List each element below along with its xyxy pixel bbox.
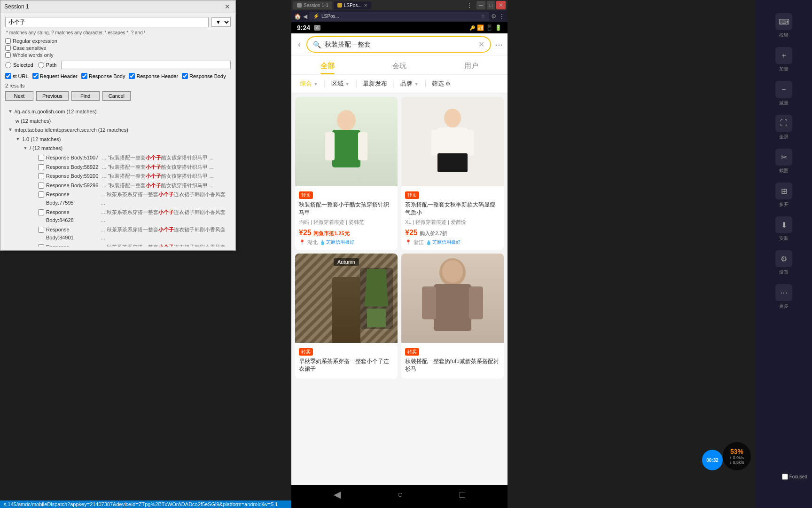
next-button[interactable]: Next <box>5 91 33 101</box>
resp-body-cb1[interactable] <box>81 73 87 79</box>
filter-arrow-0: ▼ <box>313 81 318 87</box>
previous-button[interactable]: Previous <box>36 91 69 101</box>
case-sensitive-option[interactable]: Case sensitive <box>5 45 231 51</box>
time-display: 9:24 <box>297 24 310 32</box>
tree-row-6[interactable]: Response Body:84901 ... 秋茶系茶系穿搭一整套小个子连衣裙… <box>36 225 230 243</box>
ctrl-screenshot[interactable]: ✂ 截图 <box>765 145 803 178</box>
focused-checkbox[interactable] <box>782 474 788 480</box>
filter-region[interactable]: 区域 ▼ <box>328 78 353 90</box>
minimize-btn[interactable]: ─ <box>476 1 485 9</box>
autumn-label: Autumn <box>334 258 359 266</box>
ctrl-more[interactable]: ⋯ 更多 <box>765 280 803 313</box>
wifi-icon: 📶 <box>477 24 484 31</box>
install-icon: ⬇ <box>775 216 792 233</box>
ctrl-volume-down[interactable]: － 减量 <box>765 77 803 110</box>
resp-body-cb1-label[interactable]: Response Body <box>81 73 125 79</box>
scope-path[interactable]: Path <box>38 62 57 68</box>
browser-tab-2[interactable]: LSPos... ✕ <box>334 1 371 9</box>
tree-row-7[interactable]: Response Body:84992 ... 秋茶系茶系穿搭一整套小个子连衣裙… <box>36 243 230 246</box>
slash-header[interactable]: ▼ / (12 matches) <box>21 144 230 153</box>
product-card-3[interactable]: 转卖 秋装搭配一整套奶fufu减龄茶系搭配衬衫马 <box>401 254 504 379</box>
ctrl-multi[interactable]: ⊞ 多开 <box>765 179 803 212</box>
ctrl-volume-up[interactable]: ＋ 加量 <box>765 43 803 76</box>
search-scope-dropdown[interactable]: ▼ <box>211 17 231 27</box>
url-checkbox[interactable] <box>5 73 11 79</box>
tree-row-3[interactable]: Response Body:59296 ... "秋装搭配一整套小个子酷女孩穿搭… <box>36 181 230 190</box>
ctrl-install[interactable]: ⬇ 安装 <box>765 213 803 246</box>
tree-row-5[interactable]: Response Body:84628 ... 秋茶系茶系穿搭一整套小个子连衣裙… <box>36 208 230 225</box>
filter-comprehensive[interactable]: 综合 ▼ <box>296 78 322 90</box>
tree-row-2[interactable]: Response Body:59200 ... "秋装搭配一整套小个子酷女孩穿搭… <box>36 172 230 181</box>
filter-screen[interactable]: 筛选 ⚙ <box>428 78 454 90</box>
filter-icon: ⚙ <box>445 80 451 87</box>
tab-close-icon[interactable]: ✕ <box>364 3 367 8</box>
tab-play[interactable]: 会玩 <box>363 56 435 74</box>
host2-item[interactable]: ▼ mtop.taobao.idlemtopsearch.search (12 … <box>6 126 230 135</box>
regex-checkbox[interactable] <box>5 38 11 44</box>
url-checkbox-label[interactable]: st URL <box>5 73 29 79</box>
search-input[interactable] <box>5 17 209 27</box>
host1-sub-item[interactable]: w (12 matches) <box>14 117 230 126</box>
focused-option[interactable]: Focused <box>782 474 807 480</box>
ctrl-keyboard[interactable]: ⌨ 按键 <box>765 9 803 42</box>
search-clear-button[interactable]: ✕ <box>478 40 484 49</box>
tree-row-4[interactable]: Response Body:77595 ... 秋茶系茶系穿搭一整套小个子连衣裙… <box>36 190 230 207</box>
bookmark-icon[interactable]: ☆ <box>481 13 485 19</box>
case-sensitive-checkbox[interactable] <box>5 45 11 51</box>
product-price-0: ¥25 闲鱼市抵1.25元 <box>299 229 394 237</box>
svg-rect-13 <box>469 286 483 319</box>
recents-nav-button[interactable]: □ <box>460 489 465 500</box>
home-icon[interactable]: 🏠 <box>294 13 301 20</box>
more-browser-icon[interactable]: ⋮ <box>499 13 505 20</box>
search-input-wrap[interactable]: 🔍 秋装搭配一整套 ✕ <box>306 36 491 53</box>
location-icon-1: 📍 <box>405 239 412 246</box>
tab-all[interactable]: 全部 <box>291 56 363 74</box>
req-header-checkbox[interactable] <box>32 73 39 79</box>
resp-header-checkbox-label[interactable]: Response Header <box>129 73 178 79</box>
ctrl-settings[interactable]: ⚙ 设置 <box>765 246 803 279</box>
home-nav-button[interactable]: ○ <box>397 489 403 500</box>
back-nav-button[interactable]: ◀ <box>334 489 341 500</box>
resp-body-cb2[interactable] <box>182 73 188 79</box>
more-ctrl-icon: ⋯ <box>775 284 792 301</box>
svg-rect-6 <box>431 130 440 156</box>
regex-option[interactable]: Regular expression <box>5 38 231 44</box>
host1-item[interactable]: ▼ //g-acs.m.goofish.com (12 matches) <box>6 107 230 117</box>
cancel-button[interactable]: Cancel <box>102 91 131 101</box>
browser-tab-1[interactable]: Session 1-1 <box>293 1 332 9</box>
product-card-1[interactable]: 转卖 茶系搭配一整套女秋季新款大码显瘦气质小 XL | 轻微穿着痕迹 | 爱茜悦… <box>401 97 504 250</box>
ctrl-fullscreen[interactable]: ⛶ 全屏 <box>765 111 803 144</box>
close-win-btn[interactable]: ✕ <box>496 1 506 9</box>
back-button[interactable]: ‹ <box>296 39 303 50</box>
product-grid: 转卖 秋装搭配一整套小子酷女孩穿搭针织马甲 均码 | 轻微穿着痕迹 | 姿韩范 … <box>291 93 508 382</box>
product-card-2[interactable]: Autumn 转卖 早秋季奶系茶系穿搭一整套小个子连衣裙子 <box>295 254 398 379</box>
product-badge-1: 转卖 <box>405 191 419 199</box>
product-card-0[interactable]: 转卖 秋装搭配一整套小子酷女孩穿搭针织马甲 均码 | 轻微穿着痕迹 | 姿韩范 … <box>295 97 398 250</box>
version-header[interactable]: ▼ 1.0 (12 matches) <box>14 135 230 144</box>
close-button[interactable]: ✕ <box>223 2 232 11</box>
req-header-checkbox-label[interactable]: Request Header <box>32 73 78 79</box>
resp-header-checkbox[interactable] <box>129 73 135 79</box>
resp-body-cb2-label[interactable]: Response Body <box>182 73 226 79</box>
scope-selected[interactable]: Selected <box>5 62 33 68</box>
path-input[interactable] <box>61 61 231 69</box>
tab-user[interactable]: 用户 <box>436 56 508 74</box>
settings-icon[interactable]: ⚙ <box>491 13 497 20</box>
find-button[interactable]: Find <box>71 91 100 101</box>
more-options-button[interactable]: ··· <box>495 39 503 50</box>
trust-badge-1: 💧 芝麻信用极好 <box>426 239 461 246</box>
address-bar[interactable]: ⚡ LSPos... ☆ <box>309 12 489 21</box>
whole-words-option[interactable]: Whole words only <box>5 52 231 58</box>
nav-icon[interactable]: ◀ <box>303 13 307 20</box>
filter-brand[interactable]: 品牌 ▼ <box>397 78 422 90</box>
menu-icon[interactable]: ⋮ <box>466 1 473 9</box>
product-svg-1 <box>429 102 476 182</box>
restore-btn[interactable]: □ <box>487 1 495 9</box>
product-title-1: 茶系搭配一整套女秋季新款大码显瘦气质小 <box>405 201 500 217</box>
whole-words-checkbox[interactable] <box>5 52 11 58</box>
tree-row-1[interactable]: Response Body:58922 ... "秋装搭配一整套小个子酷女孩穿搭… <box>36 163 230 172</box>
filter-latest[interactable]: 最新发布 <box>359 78 391 90</box>
product-price-1: ¥25 购入价2.7折 <box>405 229 500 237</box>
tree-row-0[interactable]: Response Body:51007 ... "秋装搭配一整套小个子酷女孩穿搭… <box>36 153 230 163</box>
product-svg-3 <box>401 254 504 343</box>
